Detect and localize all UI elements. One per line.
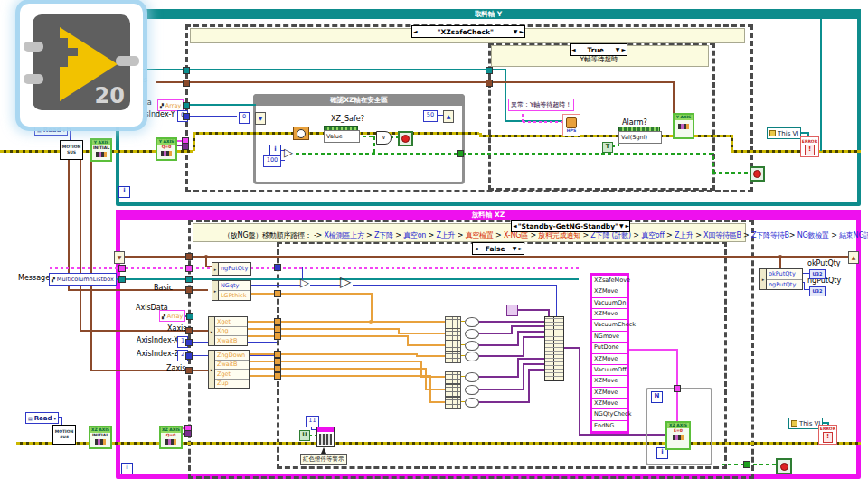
bundle-node[interactable] [445, 351, 461, 363]
shift-register-right[interactable]: ▲ [443, 110, 454, 123]
case-dropdown-icon[interactable]: ▼ [615, 44, 621, 55]
string-item[interactable]: VacuumOn [592, 298, 627, 308]
case-selector-true[interactable]: ◄ True ▼ ► [570, 43, 627, 56]
bundle-node[interactable] [445, 384, 461, 397]
loop-stop-terminal[interactable] [398, 131, 413, 146]
unbundle-xaxis[interactable]: ▸ Xget Xng XwaitB [208, 316, 248, 346]
string-item[interactable]: XZMove [592, 399, 627, 408]
string-item[interactable]: NGQtyCheck [592, 409, 627, 419]
enum-dropdown-icon[interactable]: ▾ [63, 127, 66, 133]
string-item[interactable]: VacuumCheck [592, 320, 627, 330]
case-next-icon[interactable]: ► [625, 221, 631, 231]
case-selector-false[interactable]: ◄ False ▼ ► [472, 242, 524, 255]
shift-register-left[interactable]: ▼ [255, 112, 266, 125]
to-variant-node[interactable] [465, 352, 479, 361]
string-item[interactable]: VacuumOff [592, 365, 627, 375]
unbundle-row: ngPutQty [767, 280, 802, 290]
to-variant-node[interactable] [465, 317, 479, 327]
xz-axis-exec-node[interactable]: XZ AXIS E=0 [665, 421, 691, 450]
case-next-icon[interactable]: ► [517, 243, 524, 254]
string-item[interactable]: PutDone [592, 343, 627, 352]
plus-icon [49, 48, 78, 56]
case-prev-icon[interactable]: ◄ [512, 221, 518, 231]
indicator-okputqty[interactable]: U32 [809, 269, 826, 279]
for-loop-count-terminal[interactable]: N [651, 391, 663, 403]
to-variant-node[interactable] [465, 385, 479, 395]
property-node-value[interactable]: Value [324, 130, 360, 143]
bundle-node[interactable] [445, 397, 461, 409]
case-prev-icon[interactable]: ◄ [571, 44, 577, 55]
command-string-array[interactable]: XZsafeMove XZMove VacuumOn XZMove Vacuum… [590, 273, 629, 434]
wait-ms-icon[interactable] [293, 127, 309, 140]
motion-sus-node[interactable]: MOTION SUS [60, 140, 83, 160]
alarm-property-value[interactable]: Val(Sgnl) [618, 131, 662, 144]
enum-dropdown-icon[interactable]: ▾ [54, 416, 57, 421]
to-variant-node[interactable] [465, 329, 479, 339]
case-dropdown-icon[interactable]: ▼ [512, 243, 518, 254]
true-constant[interactable]: T [602, 142, 613, 153]
hps-message-node[interactable]: HPS [562, 114, 580, 136]
shift-register-right-xz[interactable]: ▲ [848, 251, 859, 264]
case-selector-standby[interactable]: ◄ "Standby-GetNG-Standby" ▼ ► [511, 220, 630, 232]
greater-than-icon[interactable]: ▷ [284, 146, 293, 158]
shift-register-left-xz[interactable]: ▼ [114, 251, 125, 264]
y-axis-initial-node[interactable]: Y AXIS INITIAL [90, 138, 112, 162]
bundle-node[interactable] [445, 371, 461, 384]
increment-icon[interactable]: ▷ [300, 277, 309, 288]
case-next-icon[interactable]: ► [620, 44, 627, 55]
bundle-node[interactable] [445, 316, 461, 329]
y-axis-subvi-node[interactable]: Y AXIS [673, 113, 694, 139]
bundle-node[interactable] [445, 328, 461, 341]
to-variant-node[interactable] [465, 398, 479, 408]
error-handler-node-xz[interactable]: ERROR ! [818, 425, 837, 445]
case-prev-icon[interactable]: ◄ [473, 243, 479, 254]
const-50[interactable]: 50 [423, 110, 438, 122]
indicator-ngputqty[interactable]: U32 [809, 286, 826, 296]
to-variant-node[interactable] [465, 372, 479, 382]
xz-axis-initial-node[interactable]: XZ AXIS INITIAL [89, 426, 112, 449]
to-variant-node[interactable] [465, 341, 479, 351]
string-item[interactable]: XZMove [592, 388, 627, 398]
const-0[interactable]: 0 [239, 112, 250, 124]
unbundle-zaxis[interactable]: ▸ ZngDown ZwaitB Zget Zup [208, 350, 250, 389]
case-selector-xzsafecheck[interactable]: ◄ "XZsafeCheck" ▼ ► [411, 25, 525, 38]
while-stop-terminal-xz[interactable] [776, 458, 792, 474]
cluster-constant[interactable] [506, 305, 518, 316]
mcl-ref-constant[interactable]: ▞MulticolumnListbox [49, 273, 117, 286]
string-item[interactable]: EndNG [592, 421, 627, 431]
this-vi-reference[interactable]: This VI [767, 127, 801, 139]
red-light-warn-node[interactable] [316, 427, 335, 447]
case-dropdown-icon[interactable]: ▼ [513, 26, 519, 37]
motion-sus-node-xz[interactable]: MOTION SUS [52, 425, 76, 445]
case-prev-icon[interactable]: ◄ [412, 26, 419, 37]
wire-error [193, 133, 195, 151]
error-handler-node[interactable]: ERROR ! [800, 136, 819, 157]
iteration-terminal-y[interactable]: i [118, 186, 130, 198]
case-dropdown-icon[interactable]: ▼ [618, 221, 625, 231]
string-item[interactable]: XZMove [592, 354, 627, 364]
xz-axis-q0-node[interactable]: XZ AXIS Q=0 [159, 426, 183, 449]
array-ref-constant[interactable]: ▞Array [159, 310, 185, 322]
y-axis-q0-node[interactable]: Y AXIS Q=0 [156, 137, 177, 161]
unbundle-ngqty[interactable]: ▸ NGqty LGPthick [212, 280, 251, 301]
string-item[interactable]: XZMove [592, 376, 627, 386]
unbundle-putqty-out[interactable]: ▸ okPutQty ngPutQty [760, 268, 803, 290]
unbundle-ngputqty[interactable]: ▸ ngPutQty [212, 262, 251, 276]
string-item[interactable]: NGmove [592, 332, 627, 342]
wire-dbl [244, 328, 398, 330]
while-stop-terminal-y[interactable] [750, 166, 765, 182]
iteration-terminal-xz[interactable]: i [121, 463, 133, 474]
const-100[interactable]: 100 [263, 155, 281, 167]
string-item[interactable]: XZMove [592, 286, 627, 296]
compare-icon[interactable]: ▷ [340, 276, 351, 287]
enum-read-xz[interactable]: ▤ Read ▾ [25, 412, 59, 424]
case-next-icon[interactable]: ► [518, 26, 524, 37]
string-item[interactable]: XZMove [592, 309, 627, 319]
string-item[interactable]: XZsafeMove [592, 276, 627, 286]
wire-reference [184, 104, 256, 106]
build-array-node[interactable] [544, 316, 564, 381]
or-gate-icon[interactable]: ∨ [376, 131, 392, 145]
boolean-constant[interactable]: U [299, 430, 310, 441]
wire-numeric [248, 285, 300, 286]
alert-string-constant[interactable]: 異常：Y軸等待超時！ [508, 99, 574, 111]
